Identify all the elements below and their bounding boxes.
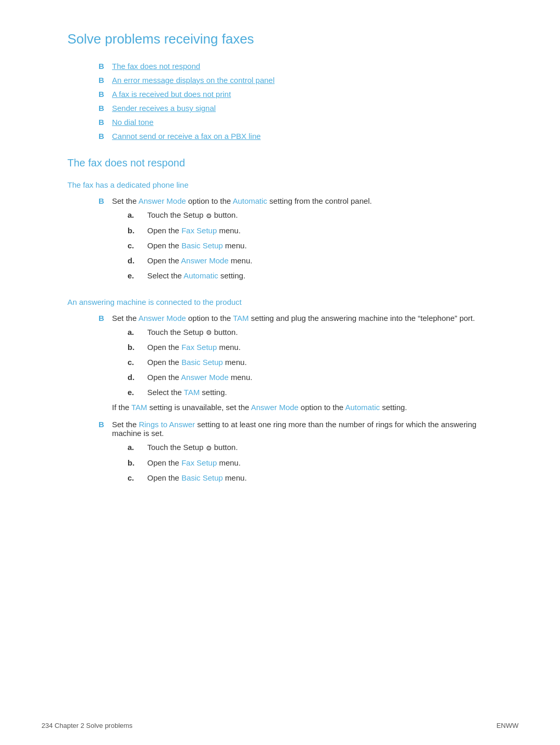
toc-item-3: B A fax is received but does not print — [99, 90, 493, 99]
substep-text-a2b: Open the Fax Setup menu. — [147, 458, 241, 467]
substep-answering-1c: c. Open the Basic Setup menu. — [128, 358, 493, 367]
substep-label-a1b: b. — [128, 343, 142, 352]
substep-label-1b: b. — [128, 226, 142, 235]
substep-answering-2a: a. Touch the Setup ⚙ button. — [128, 443, 493, 452]
step-dedicated-1: B Set the Answer Mode option to the Auto… — [99, 196, 493, 286]
substep-text-1d: Open the Answer Mode menu. — [147, 256, 253, 265]
substep-label-a2c: c. — [128, 473, 142, 482]
highlight-fax-setup-1b: Fax Setup — [181, 226, 217, 235]
step-answering-1: B Set the Answer Mode option to the TAM … — [99, 314, 493, 416]
toc-bullet-3: B — [99, 90, 105, 99]
highlight-answer-mode-1: Answer Mode — [138, 196, 186, 205]
footer-left: 234 Chapter 2 Solve problems — [41, 722, 133, 729]
step-content-answering-2: Set the Rings to Answer setting to at le… — [112, 420, 493, 488]
toc-item-5: B No dial tone — [99, 118, 493, 126]
step-bullet-answering-2: B — [99, 420, 105, 429]
step-content-dedicated-1: Set the Answer Mode option to the Automa… — [112, 196, 493, 286]
highlight-tam-a1: TAM — [233, 314, 249, 322]
toc-link-6[interactable]: Cannot send or receive a fax on a PBX li… — [112, 132, 261, 140]
highlight-basic-setup-a1c: Basic Setup — [181, 358, 223, 367]
sub-steps-dedicated-1: a. Touch the Setup ⚙ button. b. Open the… — [128, 210, 493, 280]
highlight-answer-mode-a1d: Answer Mode — [181, 373, 229, 382]
step-bullet-answering-1: B — [99, 314, 105, 322]
substep-label-1a: a. — [128, 210, 142, 219]
step-bullet-dedicated-1: B — [99, 196, 105, 205]
toc-link-5[interactable]: No dial tone — [112, 118, 153, 126]
toc-item-2: B An error message displays on the contr… — [99, 76, 493, 85]
subsection-title-dedicated: The fax has a dedicated phone line — [67, 180, 493, 189]
substep-text-1c: Open the Basic Setup menu. — [147, 241, 247, 250]
substep-answering-1d: d. Open the Answer Mode menu. — [128, 373, 493, 382]
toc-item-1: B The fax does not respond — [99, 62, 493, 71]
substep-text-a2c: Open the Basic Setup menu. — [147, 473, 247, 482]
substep-text-a1a: Touch the Setup ⚙ button. — [147, 328, 238, 337]
highlight-automatic-note: Automatic — [345, 403, 380, 412]
highlight-basic-setup-a2c: Basic Setup — [181, 473, 223, 482]
highlight-answer-mode-a1: Answer Mode — [138, 314, 186, 322]
footer: 234 Chapter 2 Solve problems ENWW — [41, 722, 519, 729]
substep-answering-2c: c. Open the Basic Setup menu. — [128, 473, 493, 482]
toc-link-4[interactable]: Sender receives a busy signal — [112, 104, 216, 113]
highlight-answer-mode-1d: Answer Mode — [181, 256, 229, 265]
step-content-answering-1: Set the Answer Mode option to the TAM se… — [112, 314, 493, 416]
highlight-rings-to-answer: Rings to Answer — [139, 420, 195, 429]
substep-text-a1b: Open the Fax Setup menu. — [147, 343, 241, 352]
setup-icon-a2a: ⚙ — [206, 444, 212, 452]
substep-dedicated-1b: b. Open the Fax Setup menu. — [128, 226, 493, 235]
toc-link-3[interactable]: A fax is received but does not print — [112, 90, 231, 99]
sub-steps-answering-1: a. Touch the Setup ⚙ button. b. Open the… — [128, 328, 493, 397]
substep-answering-1b: b. Open the Fax Setup menu. — [128, 343, 493, 352]
toc-item-6: B Cannot send or receive a fax on a PBX … — [99, 132, 493, 140]
step-text-dedicated-1: Set the Answer Mode option to the Automa… — [112, 196, 372, 205]
toc-bullet-6: B — [99, 132, 105, 140]
step-list-answering: B Set the Answer Mode option to the TAM … — [99, 314, 493, 488]
highlight-tam-a1e: TAM — [184, 388, 200, 397]
footer-right: ENWW — [496, 722, 519, 729]
step-list-dedicated: B Set the Answer Mode option to the Auto… — [99, 196, 493, 286]
highlight-automatic-1: Automatic — [233, 196, 268, 205]
substep-text-1b: Open the Fax Setup menu. — [147, 226, 241, 235]
section-title-fax-not-respond: The fax does not respond — [67, 157, 493, 169]
setup-icon-a1a: ⚙ — [206, 329, 212, 336]
substep-answering-2b: b. Open the Fax Setup menu. — [128, 458, 493, 467]
substep-text-1e: Select the Automatic setting. — [147, 271, 245, 280]
step-text-answering-1: Set the Answer Mode option to the TAM se… — [112, 314, 475, 322]
substep-label-a2b: b. — [128, 458, 142, 467]
page-title: Solve problems receiving faxes — [67, 31, 493, 47]
substep-label-a1d: d. — [128, 373, 142, 382]
highlight-automatic-1e: Automatic — [184, 271, 218, 280]
substep-label-1e: e. — [128, 271, 142, 280]
toc-item-4: B Sender receives a busy signal — [99, 104, 493, 113]
substep-text-a1e: Select the TAM setting. — [147, 388, 227, 397]
highlight-answer-mode-note: Answer Mode — [251, 403, 299, 412]
highlight-fax-setup-a1b: Fax Setup — [181, 343, 217, 352]
note-tam-unavailable: If the TAM setting is unavailable, set t… — [112, 403, 493, 412]
substep-answering-1a: a. Touch the Setup ⚙ button. — [128, 328, 493, 337]
substep-label-a1e: e. — [128, 388, 142, 397]
substep-label-1c: c. — [128, 241, 142, 250]
substep-dedicated-1c: c. Open the Basic Setup menu. — [128, 241, 493, 250]
highlight-fax-setup-a2b: Fax Setup — [181, 458, 217, 467]
subsection-title-answering-machine: An answering machine is connected to the… — [67, 298, 493, 306]
substep-label-a2a: a. — [128, 443, 142, 452]
toc-bullet-5: B — [99, 118, 105, 126]
substep-text-1a: Touch the Setup ⚙ button. — [147, 210, 238, 220]
toc-link-1[interactable]: The fax does not respond — [112, 62, 200, 71]
substep-dedicated-1e: e. Select the Automatic setting. — [128, 271, 493, 280]
toc-bullet-2: B — [99, 76, 105, 85]
highlight-basic-setup-1c: Basic Setup — [181, 241, 223, 250]
step-text-answering-2: Set the Rings to Answer setting to at le… — [112, 420, 477, 438]
substep-text-a1c: Open the Basic Setup menu. — [147, 358, 247, 367]
substep-dedicated-1d: d. Open the Answer Mode menu. — [128, 256, 493, 265]
step-answering-2: B Set the Rings to Answer setting to at … — [99, 420, 493, 488]
toc-link-2[interactable]: An error message displays on the control… — [112, 76, 275, 85]
substep-text-a1d: Open the Answer Mode menu. — [147, 373, 253, 382]
substep-text-a2a: Touch the Setup ⚙ button. — [147, 443, 238, 452]
substep-dedicated-1a: a. Touch the Setup ⚙ button. — [128, 210, 493, 220]
highlight-tam-note: TAM — [131, 403, 147, 412]
substep-label-a1c: c. — [128, 358, 142, 367]
toc-bullet-4: B — [99, 104, 105, 113]
toc-bullet-1: B — [99, 62, 105, 71]
substep-label-a1a: a. — [128, 328, 142, 336]
setup-icon-1a: ⚙ — [206, 212, 212, 220]
